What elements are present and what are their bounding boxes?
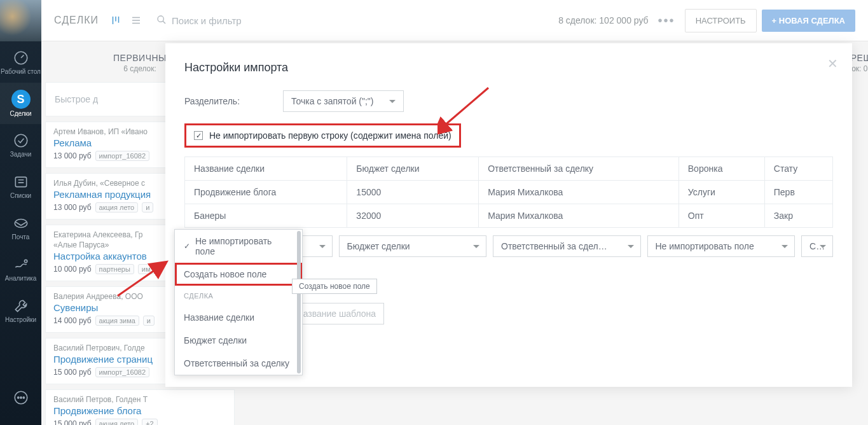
svg-line-11 <box>118 263 165 296</box>
separator-label: Разделитель: <box>184 96 283 106</box>
table-cell: Перв <box>764 181 832 204</box>
svg-point-8 <box>23 396 24 398</box>
left-nav-sidebar: Рабочий стол S Сделки Задачи Списки Почт… <box>0 0 41 425</box>
card-title: Продвижение блога <box>53 405 226 416</box>
nav-mail[interactable]: Почта <box>0 207 41 248</box>
nav-label: Почта <box>12 233 30 240</box>
skip-first-row-checkbox[interactable]: ✓ Не импортировать первую строку (содерж… <box>184 123 461 148</box>
table-cell: Мария Михалкова <box>479 181 679 204</box>
dropdown-item[interactable]: Название сделки <box>175 306 302 329</box>
nav-settings[interactable]: Настройки <box>0 289 41 331</box>
nav-label: Настройки <box>5 316 36 323</box>
separator-select[interactable]: Точка с запятой (";") <box>283 90 404 112</box>
card-price: 13 000 руб <box>53 151 92 160</box>
card-tag: и <box>142 202 153 212</box>
checkbox-icon: ✓ <box>194 131 203 140</box>
deal-card[interactable]: Василий Петров, Голден ТПродвижение блог… <box>45 389 235 425</box>
card-tag: +2 <box>142 419 158 425</box>
card-price: 13 000 руб <box>53 203 92 212</box>
table-cell: Мария Михалкова <box>479 204 679 228</box>
nav-dashboard[interactable]: Рабочий стол <box>0 41 41 83</box>
svg-point-1 <box>15 134 27 147</box>
close-icon[interactable]: ✕ <box>827 56 838 71</box>
nav-tasks[interactable]: Задачи <box>0 124 41 165</box>
page-title: СДЕЛКИ <box>54 15 99 26</box>
table-row: Продвижение блога 15000 Мария Михалкова … <box>185 181 833 204</box>
annotation-arrow-icon <box>108 258 172 302</box>
card-tag: импорт_16082 <box>95 367 149 377</box>
nav-deals[interactable]: S Сделки <box>0 83 41 124</box>
nav-label: Списки <box>10 192 31 199</box>
table-cell: Продвижение блога <box>185 181 347 204</box>
card-tag: акция лето <box>95 202 139 212</box>
mapping-select[interactable]: Ответственный за сдел… <box>493 235 641 257</box>
gauge-icon <box>12 49 30 67</box>
card-tag: акция зима <box>95 316 139 326</box>
list-view-button[interactable] <box>128 13 144 28</box>
configure-button[interactable]: НАСТРОИТЬ <box>685 9 757 32</box>
dropdown-item-skip[interactable]: Не импортировать поле <box>175 230 302 263</box>
select-value: Точка с запятой (";") <box>291 96 374 106</box>
dropdown-item[interactable]: Бюджет сделки <box>175 329 302 352</box>
card-price: 15 000 руб <box>53 368 92 377</box>
mapping-select[interactable]: Не импортировать поле <box>647 235 796 257</box>
nav-chat[interactable] <box>0 377 41 419</box>
new-deal-button[interactable]: + НОВАЯ СДЕЛКА <box>762 10 855 32</box>
nav-lists[interactable]: Списки <box>0 165 41 207</box>
svg-point-6 <box>17 396 18 398</box>
separator-row: Разделитель: Точка с запятой (";") <box>184 90 833 112</box>
table-cell: Услуги <box>679 181 764 204</box>
nav-analytics[interactable]: Аналитика <box>0 248 41 289</box>
pipeline-view-button[interactable] <box>108 13 123 28</box>
table-header: Стату <box>764 157 832 181</box>
card-price: 14 000 руб <box>53 316 92 325</box>
table-cell: 32000 <box>347 204 479 228</box>
check-circle-icon <box>12 132 30 150</box>
table-header-row: Название сделки Бюджет сделки Ответствен… <box>185 157 833 181</box>
card-price: 15 000 руб <box>53 419 92 425</box>
checkbox-label: Не импортировать первую строку (содержит… <box>209 130 451 141</box>
workspace-logo[interactable] <box>0 0 41 41</box>
svg-line-10 <box>444 88 488 126</box>
view-toggle <box>108 13 144 28</box>
table-row: Банеры 32000 Мария Михалкова Опт Закр <box>185 204 833 228</box>
svg-point-7 <box>20 396 21 398</box>
card-tag: акция лето <box>95 419 139 425</box>
table-header: Воронка <box>679 157 764 181</box>
table-header: Ответственный за сделку <box>479 157 679 181</box>
search-section <box>156 15 558 27</box>
dropdown-item-create-field[interactable]: Создать новое поле <box>175 263 302 286</box>
wrench-icon <box>12 297 30 315</box>
annotation-arrow-icon <box>437 81 495 139</box>
dropdown-label: Создать новое поле <box>184 269 266 279</box>
table-header: Название сделки <box>185 157 347 181</box>
more-actions-button[interactable]: ••• <box>658 13 675 28</box>
svg-rect-2 <box>15 177 26 186</box>
svg-point-3 <box>15 219 27 228</box>
top-bar: СДЕЛКИ 8 сделок: 102 000 руб ••• НАСТРОИ… <box>41 0 868 41</box>
deals-icon: S <box>11 90 31 109</box>
scrollbar[interactable] <box>297 231 301 373</box>
card-tag: импорт_16082 <box>95 151 149 161</box>
analytics-icon <box>12 256 30 274</box>
field-mapping-dropdown: Не импортировать поле Создать новое поле… <box>174 229 303 375</box>
nav-label: Рабочий стол <box>1 68 41 75</box>
card-footer: 15 000 рубакция лето+2 <box>53 419 226 425</box>
chat-icon <box>12 389 30 407</box>
svg-point-4 <box>24 260 27 262</box>
search-input[interactable] <box>172 15 362 26</box>
dropdown-item[interactable]: Ответственный за сделку <box>175 352 302 375</box>
svg-point-9 <box>158 16 163 22</box>
mail-icon <box>12 214 30 232</box>
modal-title: Настройки импорта <box>184 61 833 74</box>
table-cell: 15000 <box>347 181 479 204</box>
nav-label: Аналитика <box>5 275 37 282</box>
search-icon <box>156 15 167 27</box>
card-contact: Василий Петров, Голден Т <box>53 395 226 404</box>
deals-summary: 8 сделок: 102 000 руб <box>558 15 648 25</box>
mapping-select[interactable]: Бюджет сделки <box>339 235 487 257</box>
table-cell: Закр <box>764 204 832 228</box>
mapping-select[interactable]: Стат <box>801 235 833 257</box>
table-cell: Опт <box>679 204 764 228</box>
nav-label: Сделки <box>10 110 31 117</box>
